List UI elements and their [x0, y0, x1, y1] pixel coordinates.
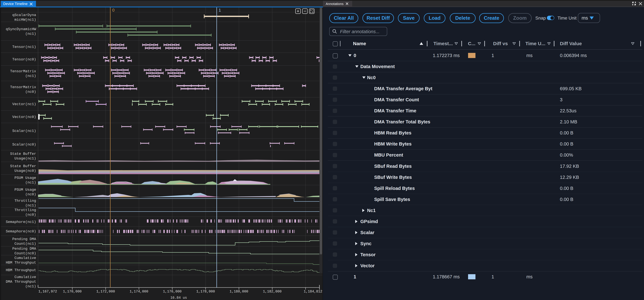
- svg-text:1,178,000: 1,178,000: [196, 290, 215, 294]
- svg-text:Scalar(nc0): Scalar(nc0): [12, 143, 36, 147]
- svg-text:Throttling: Throttling: [14, 208, 36, 212]
- svg-text:Usage(nc0): Usage(nc0): [14, 169, 36, 173]
- svg-text:16.84 us: 16.84 us: [170, 296, 187, 300]
- svg-text:1,182,000: 1,182,000: [263, 290, 282, 294]
- svg-text:Count(nc0): Count(nc0): [14, 251, 36, 255]
- svg-text:Semaphore(nc1): Semaphore(nc1): [6, 220, 36, 224]
- svg-text:(nc1): (nc1): [25, 74, 36, 78]
- svg-text:Tensor(nc1): Tensor(nc1): [12, 45, 36, 49]
- svg-text:1,167,972: 1,167,972: [38, 290, 57, 294]
- svg-text:Pending DMA: Pending DMA: [12, 247, 36, 251]
- svg-text:Vector(nc1): Vector(nc1): [12, 102, 36, 106]
- svg-text:(nc0): (nc0): [25, 192, 36, 196]
- svg-text:(nc1): (nc1): [25, 32, 36, 36]
- svg-text:HBM Throughput: HBM Throughput: [6, 268, 36, 272]
- svg-text:Vector(nc0): Vector(nc0): [12, 115, 36, 119]
- svg-text:Count(nc1): Count(nc1): [14, 242, 36, 246]
- svg-text:micHW(nc1): micHW(nc1): [14, 18, 36, 22]
- svg-text:State Buffer: State Buffer: [10, 152, 36, 156]
- svg-text:1,184,812: 1,184,812: [304, 290, 322, 294]
- svg-text:(nc1): (nc1): [25, 180, 36, 185]
- svg-text:1,174,000: 1,174,000: [130, 290, 148, 294]
- svg-text:Cumulative: Cumulative: [14, 275, 36, 279]
- svg-text:0: 0: [112, 8, 114, 12]
- svg-text:qScalarDyna: qScalarDyna: [12, 13, 36, 17]
- svg-text:Scalar(nc1): Scalar(nc1): [12, 129, 36, 133]
- svg-text:PSUM Usage: PSUM Usage: [14, 188, 36, 192]
- svg-text:Pending DMA: Pending DMA: [12, 237, 36, 241]
- svg-text:(nc0): (nc0): [25, 90, 36, 94]
- svg-text:1,172,000: 1,172,000: [96, 290, 115, 294]
- svg-text:TensorMatrix: TensorMatrix: [10, 85, 36, 89]
- svg-text:Semaphore(nc0): Semaphore(nc0): [6, 229, 36, 234]
- svg-text:(nc1): (nc1): [25, 284, 36, 289]
- svg-text:1,176,000: 1,176,000: [163, 290, 182, 294]
- svg-text:qSyncDynamicHW: qSyncDynamicHW: [6, 27, 36, 31]
- svg-text:DMA Throughput: DMA Throughput: [6, 280, 36, 284]
- svg-text:Tensor(nc0): Tensor(nc0): [12, 57, 36, 62]
- svg-text:Throttling: Throttling: [14, 199, 36, 203]
- svg-text:1,180,000: 1,180,000: [230, 290, 248, 294]
- svg-text:TensorMatrix: TensorMatrix: [10, 69, 36, 73]
- svg-text:PSUM Usage: PSUM Usage: [14, 176, 36, 180]
- svg-text:Cumulative: Cumulative: [14, 256, 36, 260]
- svg-text:Usage(nc1): Usage(nc1): [14, 156, 36, 160]
- svg-text:(nc1): (nc1): [25, 203, 36, 208]
- svg-text:HBM Throughput: HBM Throughput: [6, 261, 36, 265]
- svg-text:State Buffer: State Buffer: [10, 164, 36, 168]
- svg-text:(nc0): (nc0): [25, 213, 36, 217]
- svg-text:1: 1: [219, 8, 221, 12]
- svg-text:1,170,000: 1,170,000: [63, 290, 82, 294]
